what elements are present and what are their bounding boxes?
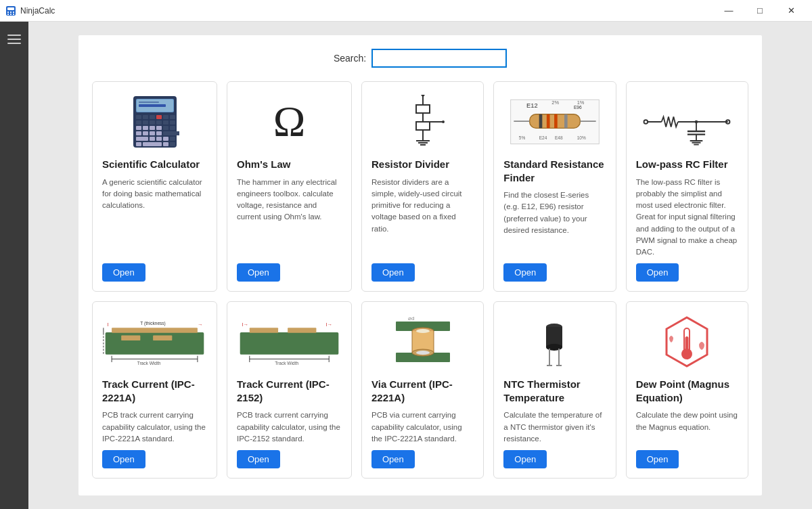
maximize-button[interactable]: □ — [744, 0, 775, 22]
app-body: Search: — [0, 22, 812, 509]
card-title-scientific-calculator: Scientific Calculator — [102, 158, 207, 171]
open-button-dew-point-magnus[interactable]: Open — [636, 450, 679, 468]
resistor-divider-icon — [392, 95, 453, 149]
svg-text:5%: 5% — [519, 135, 526, 140]
open-button-track-current-ipc2152[interactable]: Open — [237, 450, 280, 468]
svg-rect-98 — [240, 332, 339, 355]
card-image-resistor-divider — [371, 91, 474, 152]
svg-rect-30 — [170, 126, 175, 130]
card-desc-via-current-ipc2221a: PCB via current carrying capability calc… — [371, 410, 474, 445]
svg-text:E24: E24 — [539, 135, 547, 140]
open-button-ohms-law[interactable]: Open — [237, 263, 280, 282]
card-title-track-current-ipc2152: Track Current (IPC-2152) — [237, 378, 342, 404]
card-track-current-ipc2221a: I → Track Width — [92, 301, 217, 479]
standard-resistance-icon: E12 2% 1% E96 — [508, 95, 602, 149]
svg-text:⌀d: ⌀d — [408, 315, 414, 322]
svg-text:2%: 2% — [551, 99, 559, 106]
svg-point-115 — [416, 329, 430, 333]
dew-point-icon — [660, 315, 714, 369]
svg-point-55 — [421, 95, 424, 97]
svg-point-49 — [442, 120, 445, 123]
svg-text:E48: E48 — [555, 135, 563, 140]
low-pass-rc-icon — [639, 95, 734, 149]
open-button-resistor-divider[interactable]: Open — [371, 263, 415, 282]
svg-rect-22 — [156, 120, 162, 125]
svg-rect-41 — [136, 142, 141, 146]
card-desc-resistor-divider: Resistor dividers are a simple, widely-u… — [371, 177, 474, 259]
menu-button[interactable] — [2, 28, 26, 50]
open-button-standard-resistance-finder[interactable]: Open — [503, 263, 547, 282]
app-icon — [5, 5, 16, 16]
card-track-current-ipc2152: I→ I→ Track Width Track Current (IPC-215… — [227, 301, 352, 479]
svg-text:Track Width: Track Width — [137, 361, 161, 366]
svg-rect-24 — [170, 120, 175, 125]
via-current-icon: ⌀d — [389, 315, 457, 369]
svg-rect-37 — [150, 137, 155, 141]
svg-text:→: → — [198, 322, 203, 328]
card-image-low-pass-rc-filter — [636, 91, 738, 152]
card-image-scientific-calculator — [102, 91, 207, 152]
svg-text:I→: I→ — [326, 322, 333, 328]
svg-rect-42 — [143, 142, 162, 146]
open-button-scientific-calculator[interactable]: Open — [102, 263, 145, 282]
svg-rect-17 — [163, 115, 168, 119]
open-button-track-current-ipc2221a[interactable]: Open — [102, 450, 145, 468]
svg-rect-40 — [170, 137, 175, 141]
card-image-via-current-ipc2221a: ⌀d — [371, 311, 474, 372]
main-content: Search: — [28, 22, 812, 509]
svg-rect-64 — [554, 114, 558, 129]
svg-text:E12: E12 — [526, 102, 538, 109]
svg-text:10%: 10% — [577, 135, 586, 140]
svg-rect-2 — [7, 12, 9, 13]
svg-rect-32 — [143, 131, 148, 135]
window-title: NinjaCalc — [20, 6, 55, 16]
ntc-thermistor-icon — [536, 315, 573, 369]
title-bar-left: NinjaCalc — [5, 5, 55, 16]
minimize-button[interactable]: — — [713, 0, 744, 22]
svg-rect-13 — [136, 115, 141, 119]
window-controls: — □ ✕ — [713, 0, 807, 22]
svg-rect-6 — [10, 14, 12, 15]
svg-rect-4 — [13, 12, 14, 13]
svg-rect-25 — [136, 126, 141, 130]
svg-text:I→: I→ — [242, 322, 249, 328]
card-title-low-pass-rc-filter: Low-pass RC Filter — [636, 158, 738, 171]
svg-rect-128 — [685, 336, 689, 354]
svg-rect-18 — [170, 115, 175, 119]
open-button-ntc-thermistor-temperature[interactable]: Open — [503, 450, 547, 468]
svg-rect-99 — [250, 328, 278, 334]
card-title-resistor-divider: Resistor Divider — [371, 158, 474, 171]
svg-rect-19 — [136, 120, 141, 125]
svg-rect-65 — [564, 114, 568, 129]
card-image-track-current-ipc2221a: I → Track Width — [102, 311, 207, 372]
svg-rect-20 — [143, 120, 148, 125]
card-title-standard-resistance-finder: Standard Resistance Finder — [503, 158, 606, 184]
svg-rect-33 — [150, 131, 155, 135]
open-button-low-pass-rc-filter[interactable]: Open — [636, 263, 679, 282]
svg-rect-23 — [163, 120, 168, 125]
hamburger-line-3 — [7, 43, 21, 44]
svg-text:I: I — [108, 322, 109, 328]
card-image-ntc-thermistor-temperature — [503, 311, 606, 372]
card-title-ntc-thermistor-temperature: NTC Thermistor Temperature — [503, 378, 606, 404]
search-input[interactable] — [371, 49, 507, 68]
svg-rect-34 — [156, 131, 162, 135]
card-standard-resistance-finder: E12 2% 1% E96 — [493, 81, 616, 292]
svg-rect-31 — [136, 131, 141, 135]
svg-rect-3 — [10, 12, 12, 13]
svg-rect-88 — [153, 336, 172, 341]
svg-point-116 — [416, 351, 430, 355]
svg-rect-46 — [416, 105, 430, 113]
hamburger-line-1 — [7, 35, 21, 36]
svg-text:Track Width: Track Width — [275, 361, 298, 366]
svg-rect-14 — [143, 115, 148, 119]
svg-rect-16 — [156, 115, 162, 119]
close-button[interactable]: ✕ — [775, 0, 807, 22]
card-desc-ntc-thermistor-temperature: Calculate the temperature of a NTC therm… — [503, 410, 606, 445]
svg-point-77 — [726, 120, 730, 124]
scientific-calculator-icon — [131, 95, 179, 149]
svg-rect-36 — [136, 137, 148, 141]
open-button-via-current-ipc2221a[interactable]: Open — [371, 450, 415, 468]
svg-rect-43 — [163, 142, 168, 146]
card-desc-scientific-calculator: A generic scientific calculator for doin… — [102, 177, 207, 259]
